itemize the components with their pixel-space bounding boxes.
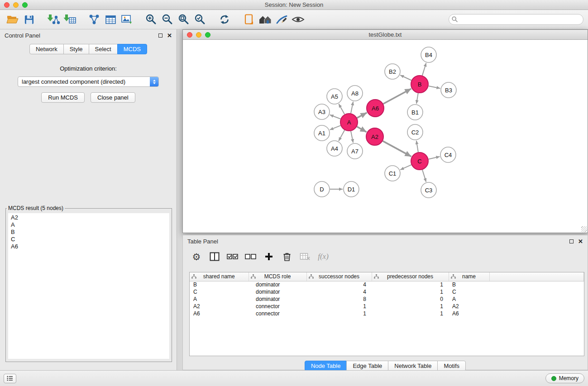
table-cell[interactable]: A bbox=[449, 295, 489, 303]
result-item[interactable]: A bbox=[11, 221, 169, 229]
table-row[interactable]: Adominator80A bbox=[190, 295, 584, 303]
table-cell[interactable]: dominator bbox=[249, 295, 306, 303]
network-edge-A-A5[interactable] bbox=[339, 104, 344, 114]
network-edge-A6-B[interactable] bbox=[383, 89, 411, 104]
network-edge-A-A8[interactable] bbox=[351, 102, 353, 114]
memory-button[interactable]: Memory bbox=[545, 373, 584, 383]
close-table-panel-icon[interactable]: ✕ bbox=[578, 238, 583, 244]
tab-style[interactable]: Style bbox=[63, 44, 89, 54]
open-file-button[interactable] bbox=[5, 11, 21, 28]
table-cell[interactable]: C bbox=[190, 288, 249, 295]
table-row[interactable]: A6connector11A6 bbox=[190, 310, 584, 317]
network-edge-C-C3[interactable] bbox=[422, 170, 426, 182]
table-cell[interactable]: 1 bbox=[306, 310, 372, 317]
network-node-A1[interactable]: A1 bbox=[314, 125, 330, 141]
network-node-C2[interactable]: C2 bbox=[407, 124, 423, 140]
network-node-C3[interactable]: C3 bbox=[421, 182, 436, 198]
network-edge-A-A2[interactable] bbox=[357, 127, 366, 132]
optimization-criterion-select[interactable]: largest connected component (directed) bbox=[18, 76, 159, 87]
float-panel-icon[interactable] bbox=[158, 33, 163, 38]
table-cell[interactable]: 1 bbox=[372, 310, 449, 317]
tab-node-table[interactable]: Node Table bbox=[305, 361, 347, 371]
network-node-A8[interactable]: A8 bbox=[347, 86, 363, 101]
task-history-button[interactable] bbox=[4, 374, 16, 383]
table-cell[interactable]: 1 bbox=[372, 281, 449, 288]
network-edge-B-B3[interactable] bbox=[429, 86, 440, 88]
result-item[interactable]: A2 bbox=[11, 214, 169, 221]
table-cell[interactable]: connector bbox=[249, 310, 306, 317]
network-node-C4[interactable]: C4 bbox=[440, 147, 456, 162]
table-cell[interactable]: B bbox=[449, 281, 489, 288]
network-node-B[interactable]: B bbox=[411, 76, 428, 93]
add-column-button[interactable] bbox=[262, 249, 276, 264]
network-node-D[interactable]: D bbox=[314, 181, 330, 197]
table-cell[interactable]: C bbox=[449, 288, 489, 295]
search-input[interactable] bbox=[449, 14, 583, 25]
table-cell[interactable]: 4 bbox=[306, 281, 372, 288]
network-node-A4[interactable]: A4 bbox=[327, 141, 342, 156]
result-item[interactable]: A6 bbox=[11, 243, 169, 250]
table-row[interactable]: Cdominator41C bbox=[190, 288, 584, 295]
show-columns-button[interactable] bbox=[207, 249, 222, 264]
network-edge-A-A1[interactable] bbox=[330, 125, 341, 130]
table-cell[interactable]: A bbox=[190, 295, 249, 303]
open-session-button[interactable] bbox=[241, 11, 257, 28]
table-cell[interactable]: 4 bbox=[306, 288, 372, 295]
new-network-button[interactable] bbox=[86, 11, 102, 28]
table-cell[interactable]: 1 bbox=[306, 303, 372, 310]
network-node-A2[interactable]: A2 bbox=[366, 128, 383, 145]
column-header-name[interactable]: name bbox=[449, 272, 489, 281]
network-edge-C-C4[interactable] bbox=[429, 157, 440, 159]
table-row[interactable]: Bdominator41B bbox=[190, 281, 584, 288]
network-edge-A-A3[interactable] bbox=[330, 115, 341, 119]
table-row[interactable]: A2connector11A2 bbox=[190, 303, 584, 310]
network-edge-A-A4[interactable] bbox=[339, 130, 344, 141]
table-cell[interactable]: dominator bbox=[249, 288, 306, 295]
network-node-B4[interactable]: B4 bbox=[421, 47, 436, 62]
network-node-D1[interactable]: D1 bbox=[344, 181, 359, 197]
network-node-B1[interactable]: B1 bbox=[407, 105, 423, 120]
close-panel-button[interactable]: Close panel bbox=[91, 92, 135, 103]
network-edge-A-A7[interactable] bbox=[351, 131, 353, 143]
network-edge-A-A6[interactable] bbox=[357, 113, 367, 118]
home-button[interactable] bbox=[257, 11, 273, 28]
network-node-A7[interactable]: A7 bbox=[347, 143, 363, 159]
import-network-button[interactable] bbox=[45, 11, 62, 28]
network-node-A5[interactable]: A5 bbox=[327, 89, 342, 104]
column-header-predecessor-nodes[interactable]: predecessor nodes bbox=[372, 272, 449, 281]
deselect-all-button[interactable] bbox=[244, 249, 258, 264]
network-edge-C-C2[interactable] bbox=[416, 141, 418, 152]
column-header-shared-name[interactable]: shared name bbox=[190, 272, 249, 281]
table-cell[interactable]: 1 bbox=[372, 288, 449, 295]
network-node-B3[interactable]: B3 bbox=[441, 82, 456, 98]
close-panel-icon[interactable]: ✕ bbox=[167, 33, 172, 38]
zoom-fit-button[interactable] bbox=[176, 11, 192, 28]
table-cell[interactable]: dominator bbox=[249, 281, 306, 288]
network-node-C[interactable]: C bbox=[411, 152, 428, 170]
table-cell[interactable]: B bbox=[190, 281, 249, 288]
zoom-selected-button[interactable] bbox=[192, 11, 208, 28]
network-edge-C-C1[interactable] bbox=[400, 165, 411, 170]
zoom-out-button[interactable] bbox=[159, 11, 176, 28]
table-cell[interactable]: 0 bbox=[372, 295, 449, 303]
run-mcds-button[interactable]: Run MCDS bbox=[41, 92, 85, 103]
tab-edge-table[interactable]: Edge Table bbox=[346, 361, 388, 371]
float-table-panel-icon[interactable] bbox=[569, 239, 574, 243]
network-node-C1[interactable]: C1 bbox=[385, 166, 400, 181]
function-builder-button[interactable]: f(x) bbox=[316, 249, 330, 264]
table-cell[interactable]: connector bbox=[249, 303, 306, 310]
table-cell[interactable]: A2 bbox=[449, 303, 489, 310]
tab-select[interactable]: Select bbox=[89, 44, 118, 54]
network-node-A3[interactable]: A3 bbox=[314, 104, 330, 119]
table-cell[interactable]: 8 bbox=[306, 295, 372, 303]
tab-motifs[interactable]: Motifs bbox=[437, 361, 466, 371]
table-settings-button[interactable]: ⚙ bbox=[189, 249, 204, 264]
apply-style-button[interactable] bbox=[273, 11, 290, 28]
result-item[interactable]: C bbox=[11, 236, 169, 243]
network-edge-B-B1[interactable] bbox=[416, 93, 418, 104]
import-table-button[interactable] bbox=[62, 11, 78, 28]
refresh-view-button[interactable] bbox=[216, 11, 233, 28]
zoom-in-button[interactable] bbox=[143, 11, 159, 28]
new-table-button[interactable] bbox=[102, 11, 119, 28]
network-edge-B-B2[interactable] bbox=[400, 75, 411, 81]
